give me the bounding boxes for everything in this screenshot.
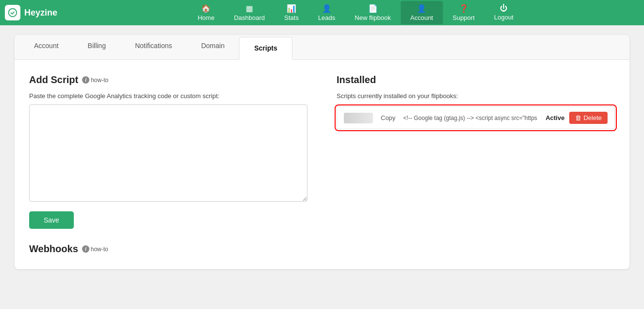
nav-label-logout: Logout [494, 14, 513, 21]
active-badge: Active [545, 114, 564, 121]
tab-account[interactable]: Account [19, 35, 73, 60]
nav-item-leads[interactable]: 👤 Leads [308, 1, 345, 24]
installed-list: Copy <!-- Google tag (gtag.js) --> <scri… [337, 106, 615, 129]
save-button[interactable]: Save [29, 211, 74, 229]
leads-icon: 👤 [322, 4, 332, 13]
nav-label-support: Support [453, 14, 475, 21]
add-script-title: Add Script i how-to [29, 74, 307, 86]
info-icon: i [82, 76, 89, 84]
nav-item-home[interactable]: 🏠 Home [188, 1, 224, 24]
howto-badge[interactable]: i how-to [82, 76, 108, 84]
nav-item-logout[interactable]: ⏻ Logout [484, 1, 523, 24]
main-content: Account Billing Notifications Domain Scr… [0, 25, 644, 279]
nav-item-new-flipbook[interactable]: 📄 New flipbook [345, 1, 400, 24]
top-navigation: Heyzine 🏠 Home ▦ Dashboard 📊 Stats 👤 Lea… [0, 0, 644, 25]
nav-item-stats[interactable]: 📊 Stats [274, 1, 308, 24]
script-thumbnail [344, 113, 373, 123]
settings-card: Account Billing Notifications Domain Scr… [15, 35, 629, 269]
support-icon: ❓ [459, 4, 469, 13]
trash-icon: 🗑 [575, 114, 581, 121]
flipbook-icon: 📄 [368, 4, 378, 13]
add-script-section: Add Script i how-to Paste the complete G… [29, 74, 307, 229]
nav-label-home: Home [198, 14, 215, 21]
tab-scripts[interactable]: Scripts [239, 37, 292, 60]
nav-label-account: Account [410, 14, 433, 21]
nav-label-stats: Stats [284, 14, 299, 21]
stats-icon: 📊 [287, 4, 296, 13]
brand-logo[interactable]: Heyzine [5, 5, 57, 20]
scripts-body: Add Script i how-to Paste the complete G… [15, 60, 629, 243]
tab-billing[interactable]: Billing [73, 35, 120, 60]
tab-notifications[interactable]: Notifications [120, 35, 186, 60]
script-row: Copy <!-- Google tag (gtag.js) --> <scri… [337, 106, 615, 129]
copy-button[interactable]: Copy [378, 113, 398, 122]
nav-label-new-flipbook: New flipbook [355, 14, 390, 21]
tabs-container: Account Billing Notifications Domain Scr… [15, 35, 629, 60]
dashboard-icon: ▦ [246, 4, 253, 13]
script-textarea[interactable] [29, 104, 307, 202]
nav-label-dashboard: Dashboard [234, 14, 265, 21]
account-icon: 👤 [417, 4, 426, 13]
nav-item-dashboard[interactable]: ▦ Dashboard [224, 1, 275, 24]
installed-section: Installed Scripts currently installed on… [337, 74, 615, 229]
webhooks-howto-badge[interactable]: i how-to [82, 245, 108, 253]
nav-item-support[interactable]: ❓ Support [443, 1, 485, 24]
brand-name: Heyzine [24, 8, 57, 18]
script-code-preview: <!-- Google tag (gtag.js) --> <script as… [403, 115, 541, 121]
nav-items-container: 🏠 Home ▦ Dashboard 📊 Stats 👤 Leads 📄 New… [72, 1, 639, 24]
webhooks-info-icon: i [82, 245, 89, 253]
delete-button[interactable]: 🗑 Delete [569, 112, 608, 124]
installed-title: Installed [337, 74, 615, 86]
script-description: Paste the complete Google Analytics trac… [29, 92, 307, 100]
installed-description: Scripts currently installed on your flip… [337, 92, 615, 100]
webhooks-title: Webhooks i how-to [29, 243, 615, 255]
home-icon: 🏠 [201, 4, 211, 13]
nav-label-leads: Leads [318, 14, 335, 21]
brand-icon [5, 5, 20, 20]
tab-domain[interactable]: Domain [186, 35, 239, 60]
nav-item-account[interactable]: 👤 Account [401, 1, 443, 24]
logout-icon: ⏻ [500, 4, 508, 13]
webhooks-section: Webhooks i how-to [15, 243, 629, 269]
